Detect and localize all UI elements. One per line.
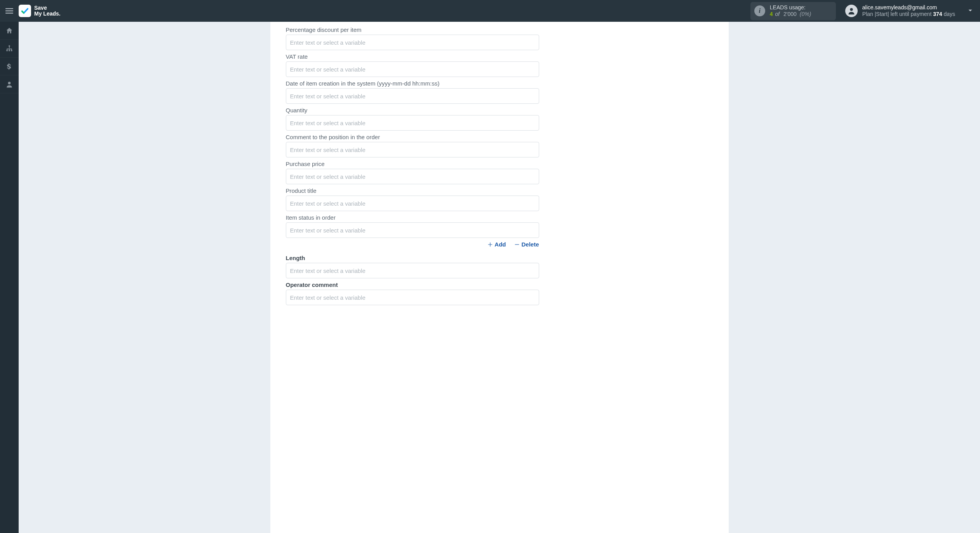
field-purchase_price: Purchase price [286,161,713,184]
topbar: Save My Leads. i LEADS usage: 4 of 2'000… [0,0,980,22]
minus-icon [514,242,520,247]
menu-toggle[interactable] [0,0,19,22]
field-input-percentage_discount[interactable] [286,35,539,50]
account-info: alice.savemyleads@gmail.com Plan |Start|… [862,4,955,18]
leads-usage-title: LEADS usage: [770,4,811,11]
field-label-operator_comment: Operator comment [286,281,713,288]
svg-rect-5 [7,50,8,51]
plus-icon [487,242,493,247]
field-input-created_at[interactable] [286,88,539,104]
field-label-position_comment: Comment to the position in the order [286,134,713,140]
field-label-product_title: Product title [286,187,713,194]
svg-rect-6 [9,50,10,51]
form-card: Percentage discount per itemVAT rateDate… [270,22,729,533]
sidebar-item-connections[interactable] [0,40,19,58]
sidebar [0,22,19,533]
field-input-quantity[interactable] [286,115,539,131]
info-icon: i [754,5,765,16]
field-quantity: Quantity [286,107,713,131]
field-operator_comment: Operator comment [286,281,713,305]
item-row-actions: Add Delete [286,241,539,248]
sidebar-item-billing[interactable] [0,58,19,75]
sidebar-item-home[interactable] [0,22,19,40]
svg-rect-1 [5,10,13,11]
field-input-position_comment[interactable] [286,142,539,157]
brand-logo-icon [19,5,31,17]
account-plan: Plan |Start| left until payment 374 days [862,11,955,18]
add-item-button[interactable]: Add [487,241,506,248]
field-label-vat_rate: VAT rate [286,53,713,60]
sidebar-item-account[interactable] [0,75,19,93]
account-email: alice.savemyleads@gmail.com [862,4,955,11]
field-input-length[interactable] [286,263,539,278]
chevron-down-icon[interactable] [967,7,974,15]
field-label-percentage_discount: Percentage discount per item [286,26,713,33]
field-input-purchase_price[interactable] [286,169,539,184]
svg-rect-2 [5,13,13,14]
field-label-quantity: Quantity [286,107,713,114]
field-input-item_status[interactable] [286,222,539,238]
svg-rect-7 [11,50,12,51]
svg-rect-0 [5,8,13,9]
main-scroll[interactable]: Percentage discount per itemVAT rateDate… [19,22,980,533]
svg-rect-4 [9,45,10,46]
field-label-purchase_price: Purchase price [286,161,713,167]
field-item_status: Item status in order [286,214,713,238]
field-input-product_title[interactable] [286,196,539,211]
delete-item-button[interactable]: Delete [514,241,539,248]
field-product_title: Product title [286,187,713,211]
field-vat_rate: VAT rate [286,53,713,77]
account-menu[interactable]: alice.savemyleads@gmail.com Plan |Start|… [845,4,974,18]
field-percentage_discount: Percentage discount per item [286,26,713,50]
leads-usage-box[interactable]: i LEADS usage: 4 of 2'000 (0%) [750,2,836,20]
field-position_comment: Comment to the position in the order [286,134,713,157]
field-label-created_at: Date of item creation in the system (yyy… [286,80,713,87]
svg-point-8 [8,82,11,84]
svg-point-3 [850,8,853,11]
brand-text: Save My Leads. [34,5,61,17]
leads-usage-value: 4 [770,11,773,17]
brand[interactable]: Save My Leads. [19,5,61,17]
leads-usage-percent: (0%) [800,11,811,17]
field-created_at: Date of item creation in the system (yyy… [286,80,713,104]
avatar-icon [845,5,858,17]
field-input-vat_rate[interactable] [286,61,539,77]
field-length: Length [286,255,713,278]
leads-usage-text: LEADS usage: 4 of 2'000 (0%) [770,4,811,18]
field-input-operator_comment[interactable] [286,290,539,305]
field-label-length: Length [286,255,713,261]
field-label-item_status: Item status in order [286,214,713,221]
